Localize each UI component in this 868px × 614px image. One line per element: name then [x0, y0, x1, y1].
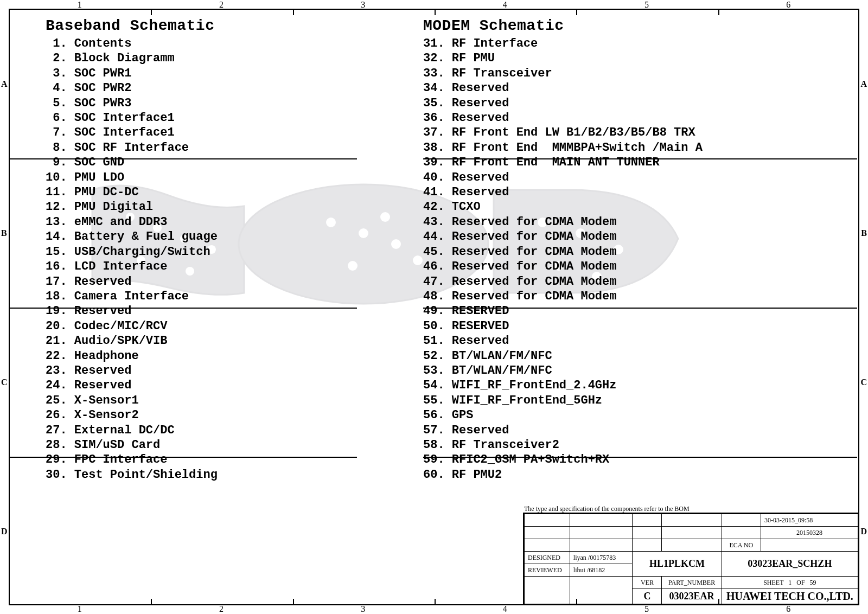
toc-item: 24. Reserved: [46, 378, 393, 393]
toc-item: 38. RF Front End MMMBPA+Switch /Main A: [423, 140, 857, 155]
toc-item: 14. Battery & Fuel guage: [46, 229, 393, 244]
toc-item: 37. RF Front End LW B1/B2/B3/B5/B8 TRX: [423, 125, 857, 140]
reviewed-by: lihui /68182: [570, 564, 633, 577]
toc-item: 39. RF Front End MAIN ANT TUNNER: [423, 155, 857, 170]
ruler-col-bot: 5: [644, 604, 649, 614]
toc-item: 30. Test Point/Shielding: [46, 468, 393, 482]
toc-item: 1. Contents: [46, 36, 393, 51]
baseband-list: 1. Contents 2. Block Diagramm 3. SOC PWR…: [46, 36, 393, 482]
toc-item: 17. Reserved: [46, 274, 393, 289]
ruler-col-bot: 4: [503, 604, 507, 614]
toc-item: 5. SOC PWR3: [46, 96, 393, 111]
ruler-row-right: C: [860, 378, 867, 387]
toc-item: 59. RFIC2_GSM PA+Switch+RX: [423, 452, 857, 467]
toc-item: 51. Reserved: [423, 334, 857, 348]
ruler-row-right: D: [860, 527, 867, 536]
ruler-col-bot: 3: [361, 604, 365, 614]
toc-item: 31. RF Interface: [423, 36, 857, 51]
timestamp: 30-03-2015_09:58: [761, 514, 858, 527]
ruler-col-bot: 2: [219, 604, 224, 614]
toc-item: 36. Reserved: [423, 111, 857, 125]
toc-item: 52. BT/WLAN/FM/NFC: [423, 349, 857, 363]
components-note: The type and specification of the compon…: [524, 505, 690, 513]
toc-item: 54. WIFI_RF_FrontEnd_2.4GHz: [423, 378, 857, 393]
toc-item: 25. X-Sensor1: [46, 393, 393, 408]
toc-item: 60. RF PMU2: [423, 468, 857, 482]
ver-label: VER: [633, 577, 662, 589]
ruler-row-right: A: [860, 79, 867, 89]
toc-item: 27. External DC/DC: [46, 423, 393, 438]
toc-item: 20. Codec/MIC/RCV: [46, 319, 393, 334]
ruler-row-left: B: [1, 228, 7, 238]
toc-item: 4. SOC PWR2: [46, 81, 393, 95]
toc-item: 2. Block Diagramm: [46, 51, 393, 66]
toc-item: 21. Audio/SPK/VIB: [46, 334, 393, 348]
part-number: 03023EAR: [662, 589, 722, 604]
toc-item: 22. Headphone: [46, 349, 393, 363]
designed-by: liyan /00175783: [570, 552, 633, 564]
toc-item: 40. Reserved: [423, 170, 857, 185]
toc-item: 15. USB/Charging/Switch: [46, 245, 393, 259]
eca-label: ECA NO: [722, 539, 761, 552]
title-block: The type and specification of the compon…: [523, 513, 858, 604]
toc-item: 58. RF Transceiver2: [423, 438, 857, 452]
toc-item: 44. Reserved for CDMA Modem: [423, 229, 857, 244]
board-name: HL1PLKCM: [633, 552, 722, 577]
toc-item: 55. WIFI_RF_FrontEnd_5GHz: [423, 393, 857, 408]
ruler-row-left: A: [1, 79, 8, 89]
toc-item: 35. Reserved: [423, 96, 857, 111]
toc-item: 19. Reserved: [46, 304, 393, 318]
toc-item: 13. eMMC and DDR3: [46, 215, 393, 229]
toc-item: 26. X-Sensor2: [46, 408, 393, 423]
toc-item: 46. Reserved for CDMA Modem: [423, 259, 857, 274]
toc-item: 16. LCD Interface: [46, 259, 393, 274]
toc-item: 42. TCXO: [423, 200, 857, 214]
toc-item: 56. GPS: [423, 408, 857, 423]
baseband-title: Baseband Schematic: [46, 17, 393, 34]
toc-item: 57. Reserved: [423, 423, 857, 438]
ruler-row-left: D: [1, 527, 8, 536]
toc-item: 3. SOC PWR1: [46, 66, 393, 81]
toc-item: 8. SOC RF Interface: [46, 140, 393, 155]
toc-item: 9. SOC GND: [46, 155, 393, 170]
toc-item: 47. Reserved for CDMA Modem: [423, 274, 857, 289]
toc-item: 10. PMU LDO: [46, 170, 393, 185]
partnum-label: PART_NUMBER: [662, 577, 722, 589]
sheet-current: 1: [788, 579, 792, 586]
toc-item: 11. PMU DC-DC: [46, 185, 393, 200]
toc-item: 50. RESERVED: [423, 319, 857, 334]
company: HUAWEI TECH CO.,LTD.: [722, 589, 858, 604]
ruler-col-bot: 1: [78, 604, 82, 614]
toc-item: 12. PMU Digital: [46, 200, 393, 214]
toc-item: 49. RESERVED: [423, 304, 857, 318]
toc-item: 18. Camera Interface: [46, 289, 393, 304]
toc-item: 34. Reserved: [423, 81, 857, 95]
sheet-label: SHEET: [763, 579, 783, 586]
ruler-col-top: 5: [644, 0, 649, 10]
drawing-frame: Baseband Schematic 1. Contents 2. Block …: [9, 9, 859, 605]
modem-title: MODEM Schematic: [423, 17, 857, 34]
toc-item: 53. BT/WLAN/FM/NFC: [423, 363, 857, 378]
toc-item: 45. Reserved for CDMA Modem: [423, 245, 857, 259]
reviewed-label: REVIEWED: [525, 564, 570, 577]
baseband-column: Baseband Schematic 1. Contents 2. Block …: [46, 17, 393, 482]
toc-item: 28. SIM/uSD Card: [46, 438, 393, 452]
toc-item: 32. RF PMU: [423, 51, 857, 66]
toc-item: 33. RF Transceiver: [423, 66, 857, 81]
toc-item: 48. Reserved for CDMA Modem: [423, 289, 857, 304]
ruler-col-top: 4: [503, 0, 507, 10]
ruler-col-top: 6: [786, 0, 790, 10]
ruler-col-bot: 6: [786, 604, 790, 614]
toc-item: 29. FPC Interface: [46, 452, 393, 467]
ruler-row-right: B: [861, 228, 867, 238]
version: C: [633, 589, 662, 604]
ruler-col-top: 2: [219, 0, 224, 10]
designed-label: DESIGNED: [525, 552, 570, 564]
sheet-of: OF: [796, 579, 805, 586]
modem-list: 31. RF Interface32. RF PMU33. RF Transce…: [423, 36, 857, 482]
toc-item: 7. SOC Interface1: [46, 125, 393, 140]
toc-item: 41. Reserved: [423, 185, 857, 200]
schematic-toc-page: Baseband Schematic 1. Contents 2. Block …: [0, 0, 868, 614]
modem-column: MODEM Schematic 31. RF Interface32. RF P…: [423, 17, 857, 482]
ruler-row-left: C: [1, 378, 8, 387]
